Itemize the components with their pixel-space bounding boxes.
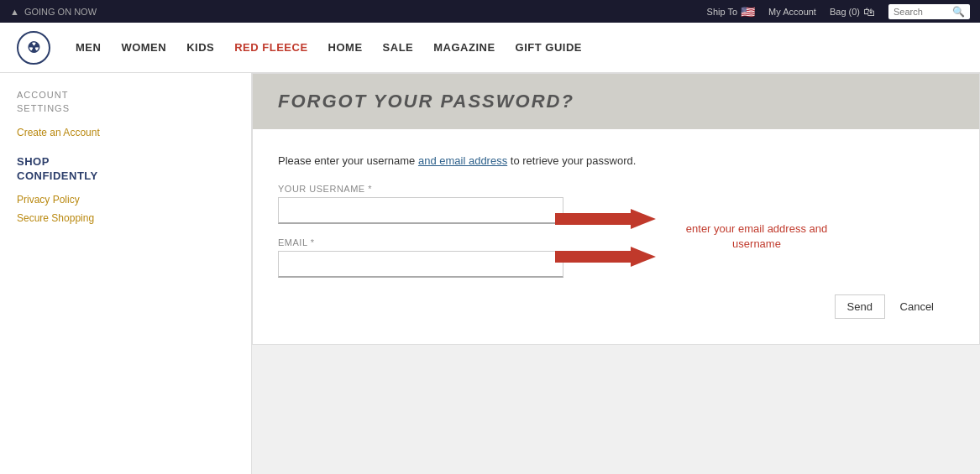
nav-sale[interactable]: SALE <box>383 41 414 54</box>
nav-women[interactable]: WOMEN <box>121 41 166 54</box>
annotation-text: enter your email address and username <box>673 221 841 252</box>
brand-logo[interactable]: ☢ <box>17 31 50 65</box>
content-area: FORGOT YOUR PASSWORD? Please enter your … <box>252 73 980 474</box>
svg-marker-1 <box>555 247 656 267</box>
username-input[interactable] <box>278 197 563 224</box>
nav-gift-guide[interactable]: GIFT GUIDE <box>516 41 582 54</box>
ship-to[interactable]: Ship To 🇺🇸 <box>707 5 756 18</box>
nav-home[interactable]: HOME <box>328 41 363 54</box>
form-actions: Send Cancel <box>278 294 954 319</box>
nav-kids[interactable]: KIDS <box>186 41 214 54</box>
cancel-button[interactable]: Cancel <box>888 295 946 318</box>
sidebar-header-line2: SETTINGS <box>17 103 234 113</box>
sidebar: ACCOUNT SETTINGS Create an Account SHOP … <box>0 73 252 474</box>
form-container: FORGOT YOUR PASSWORD? Please enter your … <box>252 73 980 345</box>
bag-label: Bag (0) <box>830 7 860 17</box>
nav-men[interactable]: MEN <box>76 41 101 54</box>
sidebar-shop-confidently: SHOP CONFIDENTLY <box>17 155 234 184</box>
ship-to-label: Ship To <box>707 7 738 17</box>
sidebar-create-account[interactable]: Create an Account <box>17 127 234 138</box>
search-box[interactable]: 🔍 <box>888 4 970 19</box>
email-input[interactable] <box>278 251 563 278</box>
annotation-area: enter your email address and username <box>555 205 874 283</box>
top-bar-right: Ship To 🇺🇸 My Account Bag (0) 🛍 🔍 <box>707 4 970 19</box>
going-on-now-label: GOING ON NOW <box>24 7 97 17</box>
send-button[interactable]: Send <box>835 294 885 319</box>
sidebar-privacy-policy[interactable]: Privacy Policy <box>17 194 234 206</box>
nav-red-fleece[interactable]: RED FLEECE <box>234 41 307 54</box>
search-input[interactable] <box>894 7 952 17</box>
going-on-now-arrow: ▲ <box>10 7 19 17</box>
search-button[interactable]: 🔍 <box>952 6 965 18</box>
my-account-link[interactable]: My Account <box>768 7 816 17</box>
sidebar-header-line1: ACCOUNT <box>17 90 234 100</box>
main-nav: MEN WOMEN KIDS RED FLEECE HOME SALE MAGA… <box>76 41 582 54</box>
bag-area[interactable]: Bag (0) 🛍 <box>830 5 875 18</box>
flag-icon: 🇺🇸 <box>741 5 755 18</box>
form-description: Please enter your username and email add… <box>278 154 954 167</box>
email-required: * <box>311 237 315 247</box>
top-bar: ▲ GOING ON NOW Ship To 🇺🇸 My Account Bag… <box>0 0 980 23</box>
nav-bar: ☢ MEN WOMEN KIDS RED FLEECE HOME SALE MA… <box>0 23 980 73</box>
main-container: ACCOUNT SETTINGS Create an Account SHOP … <box>0 73 980 474</box>
going-on-now[interactable]: ▲ GOING ON NOW <box>10 7 97 17</box>
username-required: * <box>368 184 372 194</box>
nav-magazine[interactable]: MAGAZINE <box>433 41 495 54</box>
form-body: Please enter your username and email add… <box>253 129 979 344</box>
username-label: YOUR USERNAME * <box>278 184 954 194</box>
svg-marker-0 <box>555 209 656 229</box>
sidebar-secure-shopping[interactable]: Secure Shopping <box>17 212 234 224</box>
email-address-link[interactable]: and email address <box>418 154 507 167</box>
form-header: FORGOT YOUR PASSWORD? <box>253 74 979 129</box>
bag-icon: 🛍 <box>863 5 875 18</box>
